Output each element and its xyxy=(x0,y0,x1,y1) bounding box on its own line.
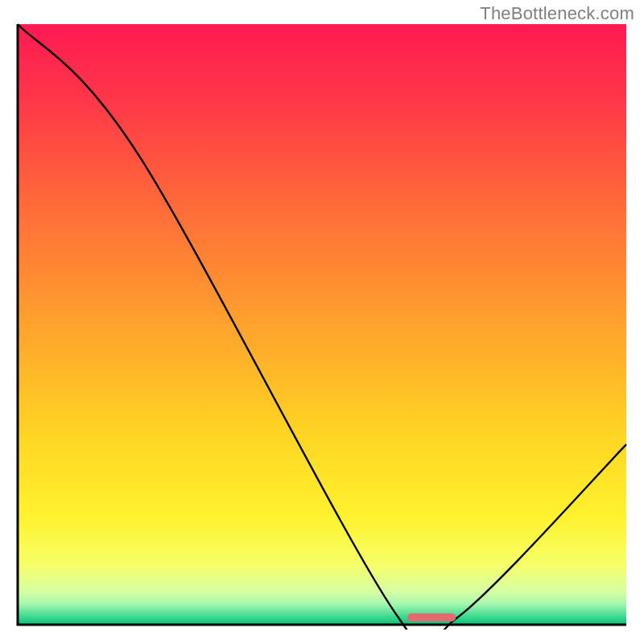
optimal-zone-marker xyxy=(407,613,456,621)
attribution-text: TheBottleneck.com xyxy=(480,3,634,24)
plot-area xyxy=(14,23,630,630)
chart-frame: TheBottleneck.com xyxy=(0,0,644,644)
bottleneck-chart xyxy=(14,23,630,630)
